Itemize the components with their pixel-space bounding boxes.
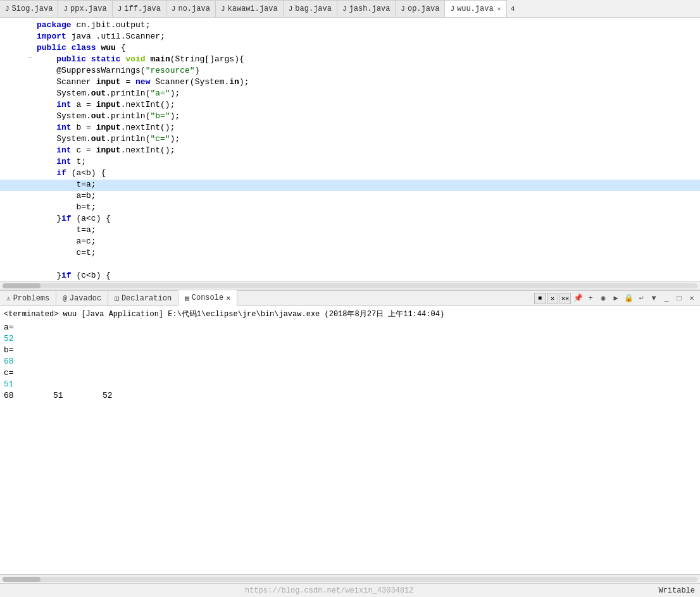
- code-line: int t;: [0, 157, 700, 168]
- tab-bar: J Siog.java J ppx.java J iff.java J no.j…: [0, 0, 700, 18]
- minimize-button[interactable]: _: [661, 293, 672, 304]
- java-icon: J: [5, 5, 9, 13]
- code-line: import java .util.Scanner;: [0, 32, 700, 43]
- code-content: package cn.jbit.output; import java .uti…: [0, 18, 700, 281]
- code-line: b=t;: [0, 202, 700, 214]
- problems-icon: ⚠: [6, 294, 11, 302]
- tab-kawawi[interactable]: J kawawi.java: [216, 0, 284, 18]
- tab-wuu[interactable]: J wuu.java ✕: [445, 0, 506, 18]
- code-line: [0, 259, 700, 271]
- console-output: <terminated> wuu [Java Application] E:\代…: [0, 306, 700, 574]
- code-line: t=a;: [0, 225, 700, 237]
- code-line: int a = input.nextInt();: [0, 100, 700, 111]
- tab-op[interactable]: J op.java: [396, 0, 445, 18]
- java-icon: J: [118, 5, 122, 13]
- display-selected-button[interactable]: ◉: [597, 293, 609, 304]
- tab-label: ppx.java: [70, 4, 107, 13]
- code-line: int b = input.nextInt();: [0, 123, 700, 134]
- console-close-icon[interactable]: ✕: [226, 293, 230, 303]
- code-hscroll[interactable]: [0, 281, 700, 290]
- code-line: if (a<b) {: [0, 168, 700, 180]
- code-line: a=c;: [0, 237, 700, 248]
- console-output-result: 68 51 52: [4, 390, 696, 402]
- tab-console-label: Console: [192, 293, 223, 302]
- new-console-button[interactable]: +: [585, 293, 596, 304]
- java-icon: J: [172, 5, 176, 13]
- writable-status: Writable: [658, 586, 700, 595]
- bottom-tab-bar: ⚠ Problems @ Javadoc ◫ Declaration ▤ Con…: [0, 290, 700, 306]
- open-console-button[interactable]: ▶: [610, 293, 622, 304]
- console-hscroll[interactable]: [0, 574, 700, 583]
- code-editor: package cn.jbit.output; import java .uti…: [0, 18, 700, 281]
- hscroll-thumb-bottom[interactable]: [3, 577, 41, 582]
- console-line: a=: [4, 322, 696, 333]
- code-line: public class wuu {: [0, 43, 700, 54]
- java-icon: J: [342, 5, 347, 13]
- javadoc-icon: @: [63, 295, 67, 302]
- code-line: int c = input.nextInt();: [0, 145, 700, 157]
- java-icon: J: [450, 5, 454, 13]
- tab-problems[interactable]: ⚠ Problems: [0, 290, 56, 307]
- console-terminated-line: <terminated> wuu [Java Application] E:\代…: [4, 309, 696, 319]
- hscroll-track[interactable]: [3, 283, 697, 288]
- code-line: }if (a<c) {: [0, 214, 700, 225]
- java-icon: J: [401, 5, 405, 13]
- close-console-button[interactable]: ✕: [547, 293, 558, 304]
- tab-label: Siog.java: [12, 4, 53, 13]
- code-line: }if (c<b) {: [0, 271, 700, 281]
- scroll-lock-button[interactable]: 🔒: [623, 293, 634, 304]
- console-line: 68: [4, 356, 696, 367]
- tab-console[interactable]: ▤ Console ✕: [178, 290, 237, 307]
- console-line: 52: [4, 333, 696, 345]
- stop-button[interactable]: ■: [534, 293, 546, 304]
- tab-label: iff.java: [124, 4, 161, 13]
- tab-label: jash.java: [349, 4, 391, 13]
- console-line: 51: [4, 379, 696, 390]
- maximize-button[interactable]: □: [673, 293, 685, 304]
- code-line: package cn.jbit.output;: [0, 20, 700, 32]
- tab-overflow[interactable]: 4: [507, 5, 519, 13]
- tab-iff[interactable]: J iff.java: [113, 0, 166, 18]
- tab-siog[interactable]: J Siog.java: [0, 0, 58, 18]
- java-icon: J: [221, 5, 225, 13]
- code-line: System.out.println("c=");: [0, 134, 700, 145]
- code-line: Scanner input = new Scanner(System.in);: [0, 77, 700, 89]
- word-wrap-button[interactable]: ↩: [635, 293, 647, 304]
- code-line: a=b;: [0, 191, 700, 202]
- tab-jash[interactable]: J jash.java: [337, 0, 396, 18]
- console-line: c=: [4, 367, 696, 379]
- tab-no[interactable]: J no.java: [166, 0, 216, 18]
- declaration-icon: ◫: [115, 294, 119, 302]
- tab-javadoc[interactable]: @ Javadoc: [56, 290, 108, 307]
- tab-close-icon[interactable]: ✕: [497, 5, 501, 13]
- code-line: System.out.println("a=");: [0, 89, 700, 100]
- pin-button[interactable]: 📌: [572, 293, 584, 304]
- hscroll-track-bottom[interactable]: [3, 577, 697, 582]
- tab-declaration-label: Declaration: [122, 294, 172, 303]
- hscroll-thumb[interactable]: [3, 283, 41, 288]
- preferences-button[interactable]: ▼: [648, 293, 659, 304]
- tab-label: kawawi.java: [228, 4, 278, 13]
- tab-declaration[interactable]: ◫ Declaration: [108, 290, 178, 307]
- code-line: System.out.println("b=");: [0, 111, 700, 123]
- code-line: @SuppressWarnings("resource"): [0, 66, 700, 77]
- tab-label: bag.java: [295, 4, 332, 13]
- java-icon: J: [63, 5, 68, 13]
- tab-bag[interactable]: J bag.java: [284, 0, 337, 18]
- code-line: − public static void main(String[]args){: [0, 54, 700, 66]
- console-toolbar: ■ ✕ ✕✕ 📌 + ◉ ▶ 🔒 ↩ ▼ _ □ ✕: [534, 293, 700, 304]
- tab-javadoc-label: Javadoc: [70, 294, 101, 303]
- console-icon: ▤: [185, 294, 189, 302]
- status-bar: https://blog.csdn.net/weixin_43034812 Wr…: [0, 583, 700, 597]
- watermark-text: https://blog.csdn.net/weixin_43034812: [0, 586, 658, 595]
- close-view-button[interactable]: ✕: [686, 293, 697, 304]
- code-line: c=t;: [0, 248, 700, 259]
- console-line: b=: [4, 345, 696, 356]
- java-icon: J: [289, 5, 293, 13]
- tab-ppx[interactable]: J ppx.java: [58, 0, 112, 18]
- tab-label: op.java: [408, 4, 439, 13]
- tab-problems-label: Problems: [13, 294, 50, 303]
- code-line-highlighted: t=a;: [0, 180, 700, 191]
- close-all-button[interactable]: ✕✕: [559, 293, 571, 304]
- tab-label: wuu.java: [457, 4, 494, 13]
